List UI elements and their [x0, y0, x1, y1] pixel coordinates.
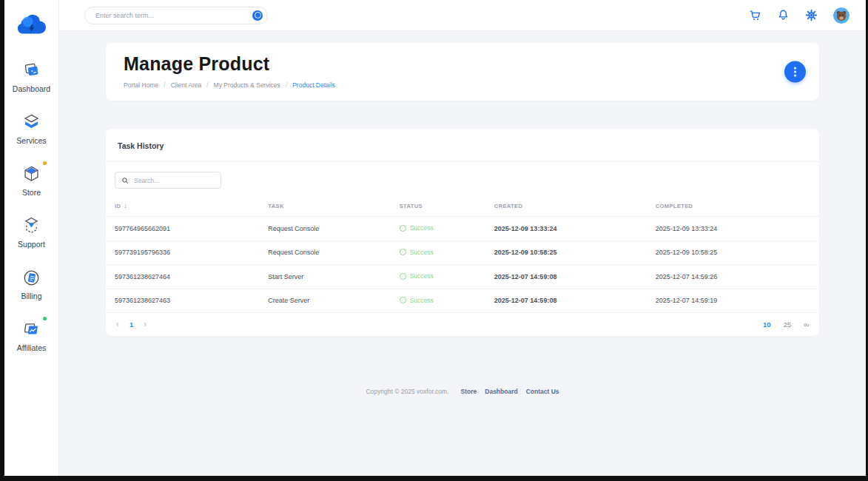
table-footer: ‹ 1 › 10 25 ∞ — [106, 313, 819, 336]
cell-task: Start Server — [259, 265, 390, 289]
cell-id: 597764965662091 — [106, 217, 259, 241]
prev-page-button[interactable]: ‹ — [116, 320, 119, 329]
task-history-title: Task History — [118, 141, 164, 150]
affiliates-notification-dot — [43, 317, 47, 320]
actions-menu-button[interactable] — [784, 61, 806, 83]
cell-status: Success — [391, 265, 485, 289]
cell-id: 597361238627464 — [106, 265, 259, 289]
cell-created: 2025-12-07 14:59:08 — [485, 265, 647, 289]
breadcrumb-separator: / — [206, 81, 208, 89]
main-area: Manage Product Portal Home / Client Area… — [59, 0, 866, 476]
sidebar-item-billing[interactable]: Billing — [4, 266, 58, 302]
search-icon — [121, 177, 129, 184]
task-history-header: Task History — [106, 129, 819, 162]
topbar-actions — [749, 7, 850, 24]
cell-task: Request Console — [259, 240, 390, 265]
affiliates-icon — [21, 320, 41, 340]
page-content: Manage Product Portal Home / Client Area… — [59, 31, 866, 476]
global-search-input[interactable] — [95, 12, 246, 19]
sidebar-item-store[interactable]: Store — [4, 163, 58, 198]
store-icon — [21, 164, 41, 184]
page-footer: Copyright © 2025 voxfor.com. Store Dashb… — [106, 388, 819, 395]
cell-created: 2025-12-09 10:58:25 — [485, 240, 647, 265]
store-notification-dot — [43, 161, 47, 165]
sidebar-item-dashboard[interactable]: Dashboard — [4, 59, 58, 95]
global-search — [84, 7, 268, 24]
sidebar-nav: Dashboard Services — [4, 59, 58, 354]
page-size-all[interactable]: ∞ — [804, 320, 809, 329]
cell-status: Success — [391, 240, 485, 265]
table-row[interactable]: 597361238627464 Start Server Success 202… — [106, 265, 819, 289]
cell-task: Request Console — [259, 217, 390, 241]
table-header-row: ID↓ TASK STATUS CREATED COMPLETED — [106, 196, 819, 217]
page-number[interactable]: 1 — [129, 320, 133, 329]
column-header-id[interactable]: ID↓ — [106, 196, 259, 217]
cloud-logo-icon[interactable] — [16, 9, 48, 38]
status-badge: Success — [400, 224, 434, 232]
table-search-input[interactable] — [134, 177, 215, 184]
footer-link-contact[interactable]: Contact Us — [526, 388, 559, 395]
sidebar-item-label: Support — [18, 240, 45, 249]
sidebar-item-label: Services — [16, 136, 46, 145]
breadcrumb-separator: / — [286, 81, 287, 89]
breadcrumb-portal-home[interactable]: Portal Home — [124, 81, 158, 89]
table-row[interactable]: 597361238627463 Create Server Success 20… — [106, 289, 819, 313]
table-search — [115, 172, 221, 189]
cell-id: 597361238627463 — [106, 289, 259, 313]
task-history-card: Task History — [106, 129, 819, 336]
column-header-task[interactable]: TASK — [259, 196, 390, 217]
cart-icon[interactable] — [749, 9, 761, 21]
kebab-icon — [794, 67, 796, 77]
task-table: ID↓ TASK STATUS CREATED COMPLETED 597764… — [106, 196, 819, 313]
bell-icon[interactable] — [777, 9, 790, 21]
page-size-25[interactable]: 25 — [784, 320, 792, 329]
status-badge: Success — [400, 272, 434, 280]
sidebar-item-support[interactable]: Support — [4, 215, 58, 250]
cell-status: Success — [391, 289, 485, 313]
sidebar-item-label: Affiliates — [17, 343, 47, 352]
breadcrumb: Portal Home / Client Area / My Products … — [124, 81, 801, 89]
app-window: Dashboard Services — [4, 0, 866, 476]
footer-link-dashboard[interactable]: Dashboard — [485, 388, 517, 395]
cell-completed: 2025-12-07 14:59:19 — [647, 289, 819, 313]
breadcrumb-client-area[interactable]: Client Area — [171, 81, 202, 89]
breadcrumb-product-details[interactable]: Product Details — [292, 81, 335, 89]
cell-created: 2025-12-09 13:33:24 — [485, 217, 647, 241]
cell-completed: 2025-12-09 13:33:24 — [647, 217, 819, 241]
topbar — [59, 0, 866, 31]
breadcrumb-separator: / — [164, 81, 165, 89]
column-header-status[interactable]: STATUS — [391, 196, 485, 217]
sort-desc-icon: ↓ — [124, 202, 127, 209]
footer-links: Store Dashboard Contact Us — [461, 388, 559, 395]
services-icon — [21, 112, 41, 132]
sidebar-item-services[interactable]: Services — [4, 111, 58, 147]
pagination: ‹ 1 › — [116, 320, 147, 329]
support-icon — [21, 216, 41, 236]
status-badge: Success — [400, 297, 434, 304]
cell-id: 597739195796336 — [106, 240, 259, 265]
billing-icon — [21, 268, 41, 288]
cell-completed: 2025-12-07 14:59:26 — [647, 265, 819, 289]
page-size-selector: 10 25 ∞ — [763, 320, 809, 329]
next-page-button[interactable]: › — [144, 320, 147, 329]
cell-completed: 2025-12-09 10:58:25 — [647, 240, 819, 265]
avatar[interactable] — [833, 7, 850, 24]
sidebar-item-label: Store — [22, 188, 41, 197]
sidebar-item-label: Dashboard — [13, 84, 50, 93]
footer-link-store[interactable]: Store — [461, 388, 477, 395]
column-header-completed[interactable]: COMPLETED — [647, 196, 819, 217]
page-header-card: Manage Product Portal Home / Client Area… — [106, 43, 819, 101]
search-submit-icon[interactable] — [252, 10, 263, 21]
sidebar-item-affiliates[interactable]: Affiliates — [4, 318, 58, 354]
breadcrumb-my-products[interactable]: My Products & Services — [214, 81, 280, 89]
sidebar: Dashboard Services — [4, 0, 59, 476]
cell-status: Success — [391, 217, 485, 241]
page-size-10[interactable]: 10 — [763, 320, 771, 329]
sidebar-item-label: Billing — [21, 292, 41, 300]
column-header-created[interactable]: CREATED — [485, 196, 647, 217]
copyright-text: Copyright © 2025 voxfor.com. — [366, 388, 448, 395]
table-row[interactable]: 597764965662091 Request Console Success … — [106, 217, 819, 241]
gear-icon[interactable] — [805, 9, 818, 21]
status-badge: Success — [400, 249, 434, 256]
table-row[interactable]: 597739195796336 Request Console Success … — [106, 240, 819, 265]
